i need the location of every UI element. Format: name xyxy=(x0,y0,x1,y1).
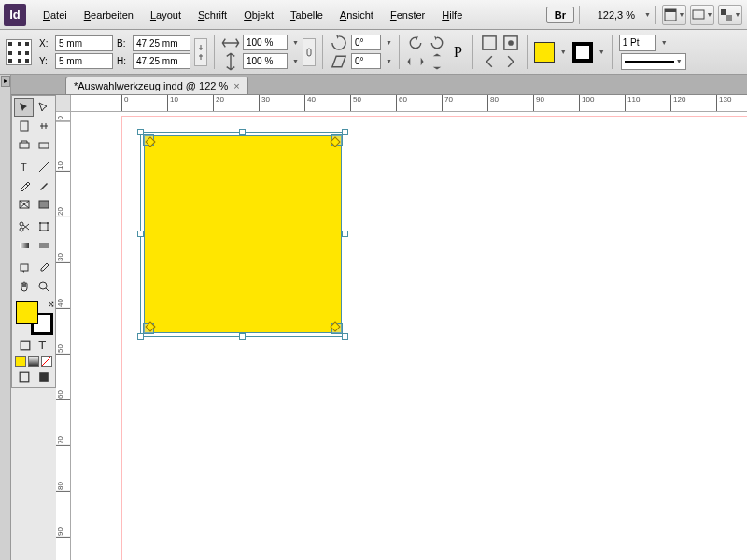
ruler-tick: 20 xyxy=(56,207,71,217)
note-tool[interactable] xyxy=(14,259,34,277)
menu-fenster[interactable]: Fenster xyxy=(383,6,432,24)
menu-bearbeiten[interactable]: Bearbeiten xyxy=(77,6,141,24)
apply-gradient-icon[interactable] xyxy=(28,356,39,367)
ruler-tick: 60 xyxy=(396,95,407,112)
fill-proxy[interactable] xyxy=(16,301,38,324)
zoom-level[interactable]: 122,3 % xyxy=(585,7,641,22)
menu-hilfe[interactable]: Hilfe xyxy=(434,6,470,24)
close-tab-icon[interactable]: × xyxy=(233,80,239,91)
ruler-tick: 50 xyxy=(56,344,71,355)
preview-view-icon[interactable] xyxy=(37,371,50,384)
select-next-icon[interactable] xyxy=(501,53,520,70)
gap-tool[interactable] xyxy=(34,117,53,135)
bridge-button[interactable]: Br xyxy=(546,7,574,23)
stroke-weight-input[interactable] xyxy=(619,35,656,51)
stroke-style-select[interactable]: ▼ xyxy=(621,53,686,70)
width-input[interactable] xyxy=(133,35,190,51)
fill-swatch[interactable] xyxy=(534,42,555,63)
scale-x-icon xyxy=(221,35,240,51)
rotate-input[interactable] xyxy=(351,35,381,50)
ruler-origin[interactable] xyxy=(56,95,71,112)
screen-mode-button[interactable]: ▼ xyxy=(690,5,714,25)
fill-stroke-proxy[interactable]: ⤭ xyxy=(14,300,55,337)
zoom-tool[interactable] xyxy=(34,277,53,296)
ruler-tick: 40 xyxy=(56,299,71,309)
menu-schrift[interactable]: Schrift xyxy=(190,6,234,24)
swap-fill-stroke-icon[interactable]: ⤭ xyxy=(48,300,55,309)
svg-point-19 xyxy=(20,228,23,231)
menu-layout[interactable]: Layout xyxy=(143,6,189,24)
stroke-dropdown-icon[interactable]: ▼ xyxy=(599,49,605,55)
ruler-tick: 90 xyxy=(56,527,71,538)
select-container-icon[interactable] xyxy=(480,35,499,51)
canvas[interactable] xyxy=(71,112,747,560)
content-placer-tool[interactable] xyxy=(34,135,53,154)
rotate-ccw-icon[interactable] xyxy=(406,35,425,51)
svg-rect-27 xyxy=(21,264,28,271)
selection-tool[interactable] xyxy=(14,98,34,117)
page-tool[interactable] xyxy=(14,117,34,135)
svg-point-23 xyxy=(39,230,41,231)
select-prev-icon[interactable] xyxy=(480,53,499,70)
gradient-feather-tool[interactable] xyxy=(34,236,53,255)
shear-icon xyxy=(330,53,348,70)
line-tool[interactable] xyxy=(34,158,53,176)
rotate-cw-icon[interactable] xyxy=(428,35,446,51)
svg-rect-9 xyxy=(21,121,28,131)
normal-view-icon[interactable] xyxy=(18,371,31,384)
rect-tool[interactable] xyxy=(34,195,53,214)
rect-frame-tool[interactable] xyxy=(14,195,34,214)
app-icon: Id xyxy=(4,4,26,26)
svg-rect-3 xyxy=(721,9,726,15)
apply-none-icon[interactable] xyxy=(41,356,52,367)
selected-rectangle[interactable] xyxy=(144,135,342,333)
tool-palette: T ⤭ T xyxy=(11,95,56,388)
menu-tabelle[interactable]: Tabelle xyxy=(283,6,331,24)
menu-datei[interactable]: Datei xyxy=(35,6,75,24)
ruler-tick: 10 xyxy=(167,95,178,112)
x-input[interactable] xyxy=(55,35,113,51)
direct-selection-tool[interactable] xyxy=(34,98,53,117)
flip-h-icon[interactable] xyxy=(406,53,425,70)
formatting-container-icon[interactable] xyxy=(19,339,32,352)
shear-input[interactable] xyxy=(351,53,381,69)
select-content-icon[interactable] xyxy=(501,35,520,51)
constrain-scale-icon[interactable] xyxy=(303,38,316,66)
vertical-ruler[interactable]: 0102030405060708090 xyxy=(56,112,71,560)
arrange-button[interactable]: ▼ xyxy=(718,5,742,25)
menu-ansicht[interactable]: Ansicht xyxy=(332,6,381,24)
svg-rect-11 xyxy=(39,143,49,148)
content-collector-tool[interactable] xyxy=(14,135,34,154)
pen-tool[interactable] xyxy=(14,176,34,195)
svg-line-13 xyxy=(39,162,49,172)
char-panel-icon[interactable]: P xyxy=(454,44,462,61)
w-label: B: xyxy=(117,38,130,49)
apply-color-icon[interactable] xyxy=(15,356,26,367)
fill-dropdown-icon[interactable]: ▼ xyxy=(560,49,567,55)
document-tab[interactable]: *Auswahlwerkzeug.indd @ 122 % × xyxy=(65,77,248,94)
stroke-swatch[interactable] xyxy=(572,42,593,63)
type-tool[interactable]: T xyxy=(14,158,34,176)
expand-panels-icon[interactable]: ▸ xyxy=(1,76,10,87)
view-mode-button[interactable]: ▼ xyxy=(662,5,686,25)
zoom-dropdown-icon[interactable]: ▼ xyxy=(644,11,651,18)
free-transform-tool[interactable] xyxy=(34,217,53,236)
rotate-icon xyxy=(330,35,348,51)
scale-y-input[interactable] xyxy=(243,53,288,69)
eyedropper-tool[interactable] xyxy=(34,259,53,277)
menu-objekt[interactable]: Objekt xyxy=(236,6,281,24)
constrain-wh-icon[interactable] xyxy=(194,38,207,66)
horizontal-ruler[interactable]: 0102030405060708090100110120130140 xyxy=(71,95,747,112)
y-input[interactable] xyxy=(55,53,113,69)
height-input[interactable] xyxy=(133,53,190,69)
svg-rect-26 xyxy=(39,243,49,248)
hand-tool[interactable] xyxy=(14,277,34,296)
gradient-swatch-tool[interactable] xyxy=(14,236,34,255)
formatting-text-icon[interactable]: T xyxy=(36,339,49,352)
scale-x-input[interactable] xyxy=(243,35,288,50)
scissors-tool[interactable] xyxy=(14,217,34,236)
flip-v-icon[interactable] xyxy=(428,53,446,70)
reference-point[interactable] xyxy=(6,39,32,65)
ruler-tick: 80 xyxy=(56,482,71,492)
pencil-tool[interactable] xyxy=(34,176,53,195)
